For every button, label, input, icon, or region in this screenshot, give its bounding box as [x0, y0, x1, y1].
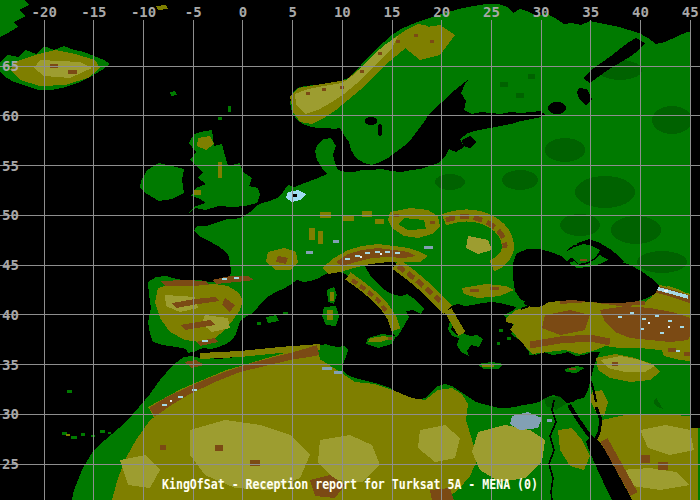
lake-vattern — [378, 124, 383, 136]
latitude-label-50: 50 — [2, 207, 19, 223]
lake-geneva — [306, 251, 313, 254]
crimean-mountains — [580, 259, 587, 261]
latitude-label-65: 65 — [2, 58, 19, 74]
longitude-label--5: -5 — [185, 4, 202, 20]
latitude-label-25: 25 — [2, 456, 19, 472]
land-ibiza — [257, 322, 261, 325]
latitude-label-55: 55 — [2, 158, 19, 174]
map-title-overlay: KingOfSat - Reception report for Turksat… — [162, 476, 538, 492]
longitude-label--15: -15 — [81, 4, 106, 20]
longitude-label--10: -10 — [131, 4, 156, 20]
latitude-label-60: 60 — [2, 108, 19, 124]
land-orkney — [218, 117, 222, 120]
land-shetland — [228, 106, 231, 112]
lake-vanern — [365, 117, 377, 125]
black-forest — [318, 231, 323, 244]
land-madeira — [67, 390, 72, 393]
danish-straits — [339, 167, 352, 168]
latitude-label-30: 30 — [2, 406, 19, 422]
longitude-label-25: 25 — [483, 4, 500, 20]
latitude-label-45: 45 — [2, 257, 19, 273]
longitude-label-15: 15 — [384, 4, 401, 20]
lake-balaton — [424, 246, 433, 249]
reception-map-page: -20-15-10-505101520253035404565605550454… — [0, 0, 700, 500]
pennines — [218, 162, 222, 178]
lake-ladoga — [548, 102, 566, 114]
latitude-label-35: 35 — [2, 357, 19, 373]
longitude-label-30: 30 — [533, 4, 550, 20]
longitude-label-5: 5 — [288, 4, 296, 20]
chott-el-jerid — [322, 367, 332, 370]
longitude-label--20: -20 — [32, 4, 57, 20]
longitude-label-10: 10 — [334, 4, 351, 20]
longitude-label-45: 45 — [682, 4, 699, 20]
ijsselmeer — [293, 194, 297, 197]
map-data-edge — [691, 0, 700, 428]
reception-map: -20-15-10-505101520253035404565605550454… — [0, 0, 700, 500]
lake-constance — [333, 240, 339, 243]
latitude-label-40: 40 — [2, 307, 19, 323]
welsh-mountains — [194, 190, 201, 195]
etna — [388, 337, 392, 340]
faiyum — [547, 419, 552, 422]
longitude-label-35: 35 — [582, 4, 599, 20]
vosges — [309, 228, 315, 240]
longitude-label-20: 20 — [433, 4, 450, 20]
sierra-nevada-peak — [202, 340, 208, 342]
longitude-label-0: 0 — [239, 4, 247, 20]
longitude-label-40: 40 — [632, 4, 649, 20]
